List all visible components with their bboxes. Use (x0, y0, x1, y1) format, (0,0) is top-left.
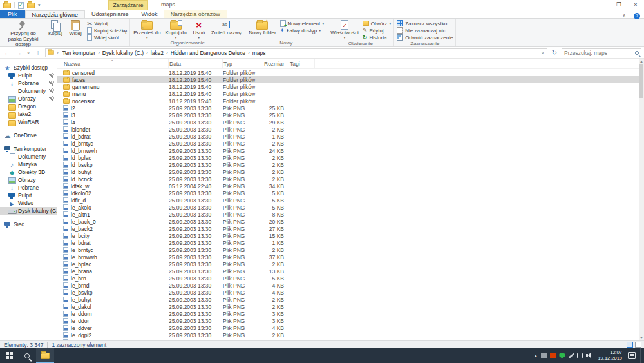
file-row[interactable]: lblondet 25.09.2003 13:30 Plik PNG 2 KB (57, 126, 639, 133)
easy-access-button[interactable]: ✦ Łatwy dostęp ▾ (279, 27, 326, 34)
open-button[interactable]: Otwórz ▾ (361, 20, 392, 26)
breadcrumb-link[interactable]: maps (251, 50, 268, 56)
thumbnails-view-button[interactable] (635, 342, 641, 348)
sidebar-item[interactable]: Dokumenty (0, 153, 57, 161)
sidebar-item[interactable]: Pobrane (0, 79, 57, 87)
chat-icon[interactable] (577, 353, 583, 358)
contextual-tab-header[interactable]: Zarządzanie (108, 0, 148, 10)
sidebar-item[interactable]: Pulpit (0, 191, 57, 199)
details-view-button[interactable] (627, 342, 633, 348)
sidebar-item[interactable]: Muzyka (0, 161, 57, 168)
tray-app-icon-1[interactable] (541, 353, 547, 358)
file-row[interactable]: faces 18.12.2019 15:40 Folder plików (57, 76, 639, 83)
scrollbar-thumb[interactable] (639, 64, 643, 98)
sidebar-item[interactable]: OneDrive (0, 132, 57, 139)
tray-expand-icon[interactable]: ▲ (534, 353, 538, 358)
file-row[interactable]: le_ddver 25.09.2003 13:30 Plik PNG 4 KB (57, 324, 639, 331)
qat-dropdown-icon[interactable]: ▾ (38, 3, 41, 8)
breadcrumb-link[interactable]: Ten komputer (61, 50, 98, 56)
file-row[interactable]: le_dkolo 25.09.2003 13:30 Plik PNG 3 KB (57, 338, 639, 340)
file-row[interactable]: le_altn1 25.09.2003 13:30 Plik PNG 8 KB (57, 211, 639, 218)
file-row[interactable]: le_back_0 25.09.2003 13:30 Plik PNG 20 K… (57, 218, 639, 225)
forward-button[interactable]: → (14, 48, 23, 57)
file-row[interactable]: le_brntyc 25.09.2003 13:30 Plik PNG 2 KB (57, 246, 639, 253)
column-header[interactable]: Tagi (289, 59, 315, 68)
file-row[interactable]: le_dakol 25.09.2003 13:30 Plik PNG 2 KB (57, 303, 639, 310)
new-folder-button[interactable]: Nowy folder (247, 19, 278, 37)
taskbar-search-button[interactable] (18, 348, 36, 363)
sidebar-item[interactable]: Dragon (0, 103, 57, 110)
file-row[interactable]: le_buhyt 25.09.2003 13:30 Plik PNG 2 KB (57, 296, 639, 303)
invert-selection-button[interactable]: Odwróć zaznaczenie (395, 34, 454, 41)
search-icon[interactable] (635, 51, 639, 55)
move-to-button[interactable]: ← Przenieś do ▾ (131, 19, 162, 40)
paste-button[interactable]: Wklej (66, 19, 85, 37)
file-row[interactable]: ld_buhyt 25.09.2003 13:30 Plik PNG 2 KB (57, 168, 639, 175)
restore-button[interactable]: ❐ (611, 0, 627, 10)
file-row[interactable]: le_back2 25.09.2003 13:30 Plik PNG 27 KB (57, 225, 639, 232)
file-row[interactable]: le_bplac 25.09.2003 13:30 Plik PNG 2 KB (57, 260, 639, 268)
volume-icon[interactable] (586, 353, 592, 358)
file-row[interactable]: l3 25.09.2003 13:30 Plik PNG 25 KB (57, 112, 639, 119)
pen-icon[interactable] (568, 353, 574, 358)
sidebar-item[interactable]: Obiekty 3D (0, 168, 57, 176)
delete-button[interactable]: × Usuń ▾ (189, 19, 209, 40)
tray-app-icon-2[interactable] (550, 353, 556, 358)
new-folder-quick-icon[interactable] (27, 3, 35, 8)
file-row[interactable]: nocensor 18.12.2019 15:40 Folder plików (57, 97, 639, 104)
file-row[interactable]: le_bcity 25.09.2003 13:30 Plik PNG 15 KB (57, 232, 639, 239)
taskbar-clock[interactable]: 12:07 19.12.2019 (595, 350, 625, 361)
file-row[interactable]: ldkolo02 25.09.2003 13:30 Plik PNG 5 KB (57, 190, 639, 197)
copy-path-button[interactable]: Kopiuj ścieżkę (86, 27, 128, 34)
file-row[interactable]: ld_bplac 25.09.2003 13:30 Plik PNG 2 KB (57, 154, 639, 161)
rename-button[interactable]: Zmień nazwę (209, 19, 244, 37)
close-button[interactable]: × (627, 0, 644, 10)
history-button[interactable]: ↻ Historia (361, 34, 392, 41)
ribbon-tab[interactable]: Udostępnianie (85, 10, 135, 18)
taskbar-file-explorer-button[interactable] (36, 348, 54, 363)
file-row[interactable]: le_akolo 25.09.2003 13:30 Plik PNG 5 KB (57, 204, 639, 211)
cut-button[interactable]: ✂ Wytnij (86, 20, 128, 26)
sidebar-item[interactable]: Pobrane (0, 184, 57, 191)
breadcrumb-link[interactable]: Dysk lokalny (C:) (100, 50, 146, 56)
file-row[interactable]: le_bsvkp 25.09.2003 13:30 Plik PNG 4 KB (57, 289, 639, 296)
file-row[interactable]: le_brana 25.09.2003 13:30 Plik PNG 13 KB (57, 268, 639, 275)
sidebar-item[interactable]: Wideo (0, 199, 57, 207)
column-header[interactable]: Typ (223, 59, 263, 68)
sidebar-item[interactable]: lake2 (0, 110, 57, 118)
file-row[interactable]: ldfir_d 25.09.2003 13:30 Plik PNG 5 KB (57, 197, 639, 204)
up-button[interactable]: ↑ (33, 48, 43, 57)
breadcrumb-link[interactable]: Hidden and Dangerous Deluxe (169, 50, 247, 56)
file-row[interactable]: le_ddom 25.09.2003 13:30 Plik PNG 3 KB (57, 310, 639, 317)
scroll-up-icon[interactable]: ▲ (639, 59, 644, 64)
column-header[interactable]: Nazwa (63, 59, 169, 68)
file-row[interactable]: le_brnwwh 25.09.2003 13:30 Plik PNG 37 K… (57, 253, 639, 260)
show-desktop-button[interactable] (640, 348, 643, 363)
file-row[interactable]: l2 25.09.2003 13:30 Plik PNG 25 KB (57, 104, 639, 112)
copy-button[interactable]: Kopiuj (46, 19, 65, 37)
file-row[interactable]: ldfsk_w 05.12.2004 22:40 Plik PNG 34 KB (57, 182, 639, 190)
file-row[interactable]: le_brnd 25.09.2003 13:30 Plik PNG 4 KB (57, 282, 639, 289)
sidebar-item[interactable]: Obrazy (0, 176, 57, 184)
refresh-icon[interactable]: ↻ (550, 49, 559, 56)
scroll-down-icon[interactable]: ▼ (639, 335, 644, 340)
file-row[interactable]: ld_brntyc 25.09.2003 13:30 Plik PNG 2 KB (57, 140, 639, 147)
search-input[interactable] (564, 50, 635, 56)
column-header[interactable]: Rozmiar (263, 59, 289, 68)
column-header[interactable]: Data (169, 59, 223, 68)
help-icon[interactable]: ? (634, 13, 640, 19)
sidebar-item[interactable]: Szybki dostęp (0, 64, 57, 72)
select-none-button[interactable]: Nie zaznaczaj nic (395, 27, 454, 34)
file-row[interactable]: l4 25.09.2003 13:30 Plik PNG 29 KB (57, 119, 639, 126)
file-row[interactable]: ld_bdrat 25.09.2003 13:30 Plik PNG 1 KB (57, 133, 639, 140)
minimize-button[interactable]: – (594, 0, 611, 10)
back-button[interactable]: ← (3, 48, 12, 57)
file-row[interactable]: le_brn 25.09.2003 13:30 Plik PNG 5 KB (57, 275, 639, 282)
file-row[interactable]: ld_brnwwh 25.09.2003 13:30 Plik PNG 24 K… (57, 147, 639, 154)
file-row[interactable]: le_bdrat 25.09.2003 13:30 Plik PNG 1 KB (57, 239, 639, 246)
file-row[interactable]: le_ddor 25.09.2003 13:30 Plik PNG 3 KB (57, 317, 639, 324)
select-all-button[interactable]: Zaznacz wszystko (395, 20, 454, 26)
properties-button[interactable]: Właściwości ▾ (328, 19, 361, 40)
file-row[interactable]: ld_bcnck 25.09.2003 13:30 Plik PNG 2 KB (57, 175, 639, 182)
sidebar-item[interactable]: Pulpit (0, 72, 57, 79)
